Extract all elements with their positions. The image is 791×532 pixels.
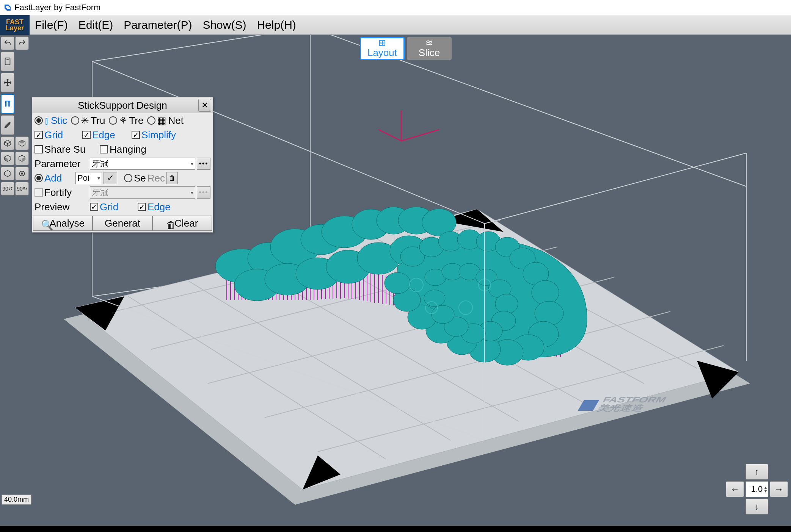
view-right[interactable] <box>15 152 29 165</box>
fortify-more-button: ••• <box>197 186 210 199</box>
bottom-bar <box>0 526 791 532</box>
rotate-cw-90[interactable]: 90↻ <box>15 182 29 196</box>
check-simplify[interactable] <box>132 131 140 139</box>
generate-label: Generat <box>105 217 140 229</box>
menu-edit[interactable]: Edit(E) <box>73 15 119 35</box>
radio-add[interactable] <box>35 174 43 182</box>
radio-tree[interactable] <box>109 116 117 125</box>
options-row-2: Share Su Hanging <box>32 142 213 156</box>
view-iso[interactable] <box>15 167 29 180</box>
scale-value: 40.0mm <box>4 496 29 503</box>
nav-step-value: 1.0 <box>751 484 763 494</box>
point-select[interactable]: Poi <box>75 172 102 184</box>
nav-step-input[interactable]: 1.0 <box>745 481 768 497</box>
delete-button[interactable]: 🗑 <box>166 172 178 184</box>
check-share[interactable] <box>35 145 43 153</box>
add-row: Add Poi ✓ Se Rec 🗑 <box>32 171 213 185</box>
preview-row: Preview Grid Edge <box>32 200 213 214</box>
svg-point-30 <box>532 280 559 305</box>
menu-help[interactable]: Help(H) <box>251 15 301 35</box>
label-set: Se <box>134 172 146 184</box>
sticksupport-panel[interactable]: StickSupport Design ✕ ⫿ Stic ✳ Tru ⚘ Tre… <box>32 97 213 233</box>
tool-move[interactable] <box>1 73 14 92</box>
radio-net[interactable] <box>147 116 155 125</box>
label-parameter: Parameter <box>35 158 88 170</box>
point-confirm-button[interactable]: ✓ <box>104 172 117 184</box>
mode-tabs: ⊞ Layout ≋ Slice <box>360 37 452 60</box>
tab-slice[interactable]: ≋ Slice <box>407 37 452 60</box>
clear-icon: 🗑 <box>166 219 174 227</box>
tool-support[interactable] <box>1 94 14 114</box>
analyse-button[interactable]: 🔍Analyse <box>33 216 93 231</box>
menu-show[interactable]: Show(S) <box>197 15 251 35</box>
options-row-1: Grid Edge Simplify <box>32 128 213 142</box>
vertical-toolbar: 90↺ 90↻ <box>0 35 30 197</box>
label-fortify: Fortify <box>44 187 88 199</box>
nav-up-button[interactable]: ↑ <box>745 464 768 480</box>
tab-layout-label: Layout <box>367 47 397 59</box>
svg-point-51 <box>432 305 454 324</box>
svg-rect-0 <box>5 58 10 65</box>
nav-right-button[interactable]: → <box>770 481 788 497</box>
parameter-value: 牙冠 <box>92 158 108 169</box>
fortify-row: Fortify 牙冠 ••• <box>32 185 213 200</box>
clear-label: Clear <box>174 217 198 229</box>
parameter-more-button[interactable]: ••• <box>197 158 210 170</box>
view-left[interactable] <box>1 152 14 165</box>
view-front[interactable] <box>1 136 14 150</box>
check-preview-grid[interactable] <box>90 203 98 211</box>
label-truss: Tru <box>91 115 105 127</box>
svg-text:美光速造: 美光速造 <box>595 404 646 413</box>
menu-file[interactable]: File(F) <box>30 15 73 35</box>
menubar: FASTLayer File(F) Edit(E) Parameter(P) S… <box>0 15 791 35</box>
close-button[interactable]: ✕ <box>198 99 211 112</box>
support-type-row: ⫿ Stic ✳ Tru ⚘ Tre ▦ Net <box>32 113 213 128</box>
rotate-ccw-90[interactable]: 90↺ <box>1 182 14 196</box>
net-icon: ▦ <box>157 115 166 127</box>
svg-point-3 <box>21 172 23 175</box>
label-add: Add <box>44 172 74 184</box>
slice-icon: ≋ <box>425 39 433 47</box>
parameter-select[interactable]: 牙冠 <box>90 158 195 170</box>
radio-truss[interactable] <box>71 116 79 125</box>
label-stick: Stic <box>51 115 67 127</box>
label-hanging: Hanging <box>110 144 146 155</box>
nav-left-button[interactable]: ← <box>726 481 744 497</box>
layout-icon: ⊞ <box>378 39 386 47</box>
radio-set[interactable] <box>124 174 132 182</box>
clear-button[interactable]: 🗑Clear <box>152 216 212 231</box>
nav-down-button[interactable]: ↓ <box>745 499 768 515</box>
undo-button[interactable] <box>1 36 14 50</box>
nav-pad: ↑ ← 1.0 → ↓ <box>726 464 788 515</box>
app-title: FastLayer by FastForm <box>14 3 100 13</box>
label-net: Net <box>168 115 183 127</box>
svg-text:FASTFORM: FASTFORM <box>601 395 669 404</box>
panel-title-bar[interactable]: StickSupport Design ✕ <box>32 97 213 113</box>
tool-settings[interactable] <box>1 115 14 135</box>
check-grid[interactable] <box>35 131 43 139</box>
label-preview-edge: Edge <box>148 201 171 213</box>
check-hanging[interactable] <box>100 145 108 153</box>
view-top[interactable] <box>1 167 14 180</box>
radio-stick[interactable] <box>35 116 43 125</box>
panel-buttons: 🔍Analyse Generat 🗑Clear <box>32 214 213 232</box>
app-logo: FASTLayer <box>0 15 30 35</box>
panel-title: StickSupport Design <box>36 100 209 111</box>
svg-point-40 <box>385 272 410 294</box>
tab-layout[interactable]: ⊞ Layout <box>360 37 405 60</box>
scale-indicator: 40.0mm <box>2 494 31 505</box>
generate-button[interactable]: Generat <box>93 216 152 231</box>
analyse-icon: 🔍 <box>41 219 49 227</box>
parameter-row: Parameter 牙冠 ••• <box>32 156 213 171</box>
tree-icon: ⚘ <box>119 115 127 127</box>
label-simplify: Simplify <box>141 129 176 141</box>
app-icon <box>3 3 12 12</box>
redo-button[interactable] <box>15 36 29 50</box>
check-edge[interactable] <box>82 131 91 139</box>
label-share: Share Su <box>44 144 98 155</box>
check-fortify[interactable] <box>35 188 43 197</box>
menu-parameter[interactable]: Parameter(P) <box>118 15 197 35</box>
view-back[interactable] <box>15 136 29 150</box>
check-preview-edge[interactable] <box>138 203 146 211</box>
tool-import[interactable] <box>1 52 14 71</box>
